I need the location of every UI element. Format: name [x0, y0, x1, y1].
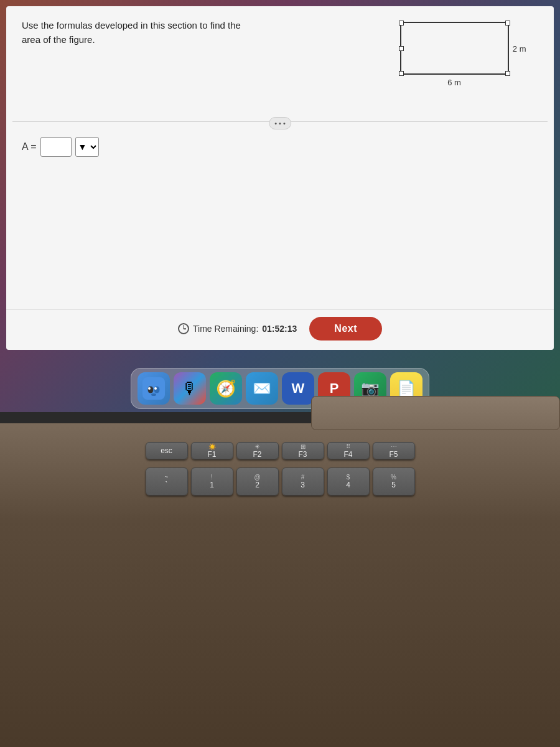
corner-tl	[399, 21, 404, 26]
dock-siri[interactable]: 🎙	[174, 372, 206, 405]
answer-label: A =	[22, 141, 37, 153]
key-f1[interactable]: ☀️ F1	[191, 442, 233, 459]
content-panel: Use the formulas developed in this secti…	[6, 6, 554, 350]
dock-finder[interactable]	[138, 372, 170, 405]
next-button[interactable]: Next	[309, 317, 382, 341]
question-line2: area of the figure.	[22, 34, 95, 45]
side-square-left	[399, 46, 404, 51]
key-2[interactable]: @ 2	[236, 467, 279, 496]
svg-point-2	[154, 386, 160, 393]
svg-point-3	[148, 387, 151, 390]
word-icon-label: W	[292, 380, 305, 397]
answer-select[interactable]: ▼ m² m	[75, 137, 99, 157]
question-text: Use the formulas developed in this secti…	[22, 19, 283, 47]
dock-safari[interactable]: 🧭	[210, 372, 242, 405]
num-key-row: ~ ` ! 1 @ 2 # 3 $ 4 % 5	[12, 467, 548, 496]
timer-icon	[178, 323, 189, 334]
height-label: 2 m	[513, 44, 526, 53]
ppt-icon-label: P	[330, 380, 339, 397]
svg-point-4	[154, 387, 157, 390]
answer-input[interactable]	[40, 137, 72, 157]
key-tilde[interactable]: ~ `	[146, 467, 188, 496]
corner-tr	[505, 21, 510, 26]
keyboard-area: esc ☀️ F1 ☀ F2 ⊞ F3 ⠿ F4 ⋯ F5	[0, 423, 560, 747]
timer-section: Time Remaining: 01:52:13	[178, 323, 297, 334]
fn-key-row: esc ☀️ F1 ☀ F2 ⊞ F3 ⠿ F4 ⋯ F5	[12, 442, 548, 459]
bottom-bar: Time Remaining: 01:52:13 Next	[6, 309, 554, 347]
timer-value: 01:52:13	[262, 324, 297, 334]
svg-point-1	[147, 386, 154, 393]
dots-button[interactable]: • • •	[269, 117, 291, 129]
rectangle-figure: 2 m 6 m	[400, 22, 509, 75]
answer-row: A = ▼ m² m	[22, 137, 99, 157]
keyboard-rows: esc ☀️ F1 ☀ F2 ⊞ F3 ⠿ F4 ⋯ F5	[12, 442, 548, 496]
dock-word[interactable]: W	[282, 372, 314, 405]
svg-point-5	[151, 393, 156, 396]
key-4[interactable]: $ 4	[327, 467, 370, 496]
key-3[interactable]: # 3	[282, 467, 324, 496]
dock-mail[interactable]: ✉️	[246, 372, 278, 405]
key-f2[interactable]: ☀ F2	[236, 442, 279, 459]
trackpad[interactable]	[311, 396, 560, 430]
width-label: 6 m	[447, 78, 461, 87]
key-esc[interactable]: esc	[146, 442, 188, 459]
key-1[interactable]: ! 1	[191, 467, 233, 496]
key-f5[interactable]: ⋯ F5	[373, 442, 415, 459]
screen-area: Use the formulas developed in this secti…	[0, 0, 560, 423]
question-line1: Use the formulas developed in this secti…	[22, 20, 241, 31]
figure-area: 2 m 6 m	[392, 16, 516, 90]
corner-bl	[399, 71, 404, 76]
timer-label: Time Remaining:	[193, 324, 258, 334]
key-5[interactable]: % 5	[373, 467, 415, 496]
key-f4[interactable]: ⠿ F4	[327, 442, 370, 459]
corner-br	[505, 71, 510, 76]
key-f3[interactable]: ⊞ F3	[282, 442, 324, 459]
